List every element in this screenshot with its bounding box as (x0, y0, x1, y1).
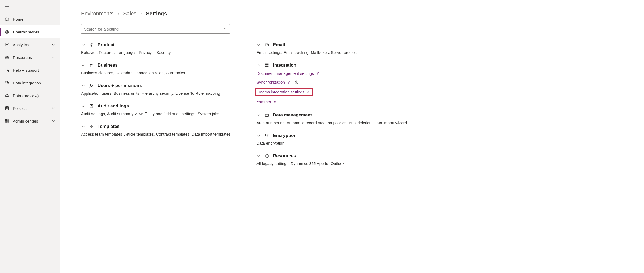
breadcrumb-settings: Settings (146, 11, 167, 17)
sidebar-item-policies[interactable]: Policies (0, 102, 60, 115)
link-yammer[interactable]: Yammer (256, 99, 278, 105)
category-header-audit[interactable]: Audit and logs (81, 103, 241, 109)
sidebar-item-data-preview[interactable]: Data (preview) (0, 89, 60, 102)
sidebar-item-label: Policies (13, 106, 52, 111)
sidebar-item-label: Data (preview) (13, 93, 55, 98)
sidebar-item-home[interactable]: Home (0, 13, 60, 25)
category-subtext: Business closures, Calendar, Connection … (81, 71, 241, 75)
chevron-down-icon (52, 43, 55, 46)
category-header-business[interactable]: Business (81, 63, 241, 68)
chevron-down-icon (256, 43, 261, 47)
category-title: Data management (273, 112, 312, 118)
main-content: Environments Sales Settings Product Beha… (60, 0, 644, 273)
category-encryption: Encryption Data encryption (256, 133, 421, 145)
chevron-right-icon (117, 11, 120, 17)
sidebar: Home Environments Analytics Resources He… (0, 0, 60, 273)
search-settings-combobox[interactable] (81, 24, 230, 34)
sidebar-item-admin-centers[interactable]: Admin centers (0, 115, 60, 127)
category-title: Product (98, 42, 115, 47)
external-link-icon (316, 72, 320, 75)
category-title: Business (98, 63, 118, 68)
gear-icon (89, 42, 94, 47)
briefcase-icon (89, 63, 94, 68)
category-data-management: Data management Auto numbering, Automati… (256, 112, 421, 125)
globe-icon (4, 29, 10, 34)
external-link-icon (287, 80, 291, 84)
sidebar-item-resources[interactable]: Resources (0, 51, 60, 64)
category-title: Audit and logs (98, 103, 129, 109)
category-header-templates[interactable]: Templates (81, 124, 241, 129)
category-business: Business Business closures, Calendar, Co… (81, 63, 241, 75)
link-label: Yammer (256, 99, 271, 104)
category-subtext: Application users, Business units, Hiera… (81, 91, 241, 96)
sidebar-item-environments[interactable]: Environments (0, 25, 60, 38)
category-users-permissions: Users + permissions Application users, B… (81, 83, 241, 96)
link-synchronization[interactable]: Synchronization (256, 79, 300, 85)
category-title: Users + permissions (98, 83, 142, 88)
chevron-down-icon (256, 154, 261, 158)
sidebar-item-label: Home (13, 17, 55, 21)
link-label: Synchronization (256, 80, 285, 84)
breadcrumb: Environments Sales Settings (81, 11, 628, 17)
chart-icon (4, 42, 10, 47)
category-subtext: Auto numbering, Automatic record creatio… (256, 120, 421, 125)
people-icon (89, 83, 94, 88)
chevron-down-icon (52, 119, 55, 123)
settings-column-left: Product Behavior, Features, Languages, P… (81, 42, 241, 174)
resources-icon (4, 55, 10, 60)
category-header-encryption[interactable]: Encryption (256, 133, 421, 138)
category-subtext: Behavior, Features, Languages, Privacy +… (81, 50, 241, 55)
templates-icon (89, 124, 94, 129)
category-templates: Templates Access team templates, Article… (81, 124, 241, 136)
sidebar-item-label: Environments (13, 30, 55, 34)
category-title: Integration (273, 63, 296, 68)
category-header-users[interactable]: Users + permissions (81, 83, 241, 88)
chevron-down-icon (81, 63, 85, 67)
chevron-down-icon (256, 113, 261, 117)
breadcrumb-environments[interactable]: Environments (81, 11, 113, 17)
category-header-data-management[interactable]: Data management (256, 112, 421, 118)
database-icon (264, 113, 269, 118)
category-title: Resources (273, 153, 296, 159)
category-header-email[interactable]: Email (256, 42, 421, 47)
sidebar-item-label: Admin centers (13, 119, 52, 123)
category-header-resources[interactable]: Resources (256, 153, 421, 159)
windows-icon (264, 63, 269, 68)
chevron-down-icon (52, 106, 55, 110)
info-icon[interactable] (294, 80, 299, 84)
chevron-right-icon (140, 11, 143, 17)
breadcrumb-sales[interactable]: Sales (123, 11, 136, 17)
mail-icon (264, 42, 269, 47)
settings-column-right: Email Email settings, Email tracking, Ma… (256, 42, 421, 174)
category-product: Product Behavior, Features, Languages, P… (81, 42, 241, 55)
headset-icon (4, 67, 10, 73)
category-subtext: Audit settings, Audit summary view, Enti… (81, 111, 241, 116)
sidebar-item-help-support[interactable]: Help + support (0, 64, 60, 76)
chevron-down-icon (52, 55, 55, 59)
hamburger-menu-button[interactable] (0, 0, 60, 13)
sidebar-item-label: Analytics (13, 42, 52, 47)
search-input[interactable] (84, 27, 223, 31)
category-header-product[interactable]: Product (81, 42, 241, 47)
external-link-icon (306, 90, 310, 94)
category-audit-logs: Audit and logs Audit settings, Audit sum… (81, 103, 241, 116)
chevron-down-icon (81, 104, 85, 108)
link-teams-integration-settings[interactable]: Teams integration settings (255, 88, 313, 96)
chevron-down-icon (81, 84, 85, 88)
data-integration-icon (4, 80, 10, 85)
sidebar-item-label: Resources (13, 55, 52, 60)
shield-icon (264, 133, 269, 138)
category-subtext: Email settings, Email tracking, Mailboxe… (256, 50, 421, 55)
globe-icon (264, 154, 269, 158)
cloud-icon (4, 93, 10, 98)
sidebar-item-data-integration[interactable]: Data integration (0, 76, 60, 89)
category-title: Templates (98, 124, 120, 129)
sidebar-item-analytics[interactable]: Analytics (0, 38, 60, 51)
link-label: Teams integration settings (258, 90, 304, 94)
hamburger-icon (4, 4, 10, 9)
link-document-management-settings[interactable]: Document management settings (256, 71, 321, 76)
category-title: Email (273, 42, 285, 47)
chevron-down-icon (81, 125, 85, 128)
category-title: Encryption (273, 133, 297, 138)
category-header-integration[interactable]: Integration (256, 63, 421, 68)
